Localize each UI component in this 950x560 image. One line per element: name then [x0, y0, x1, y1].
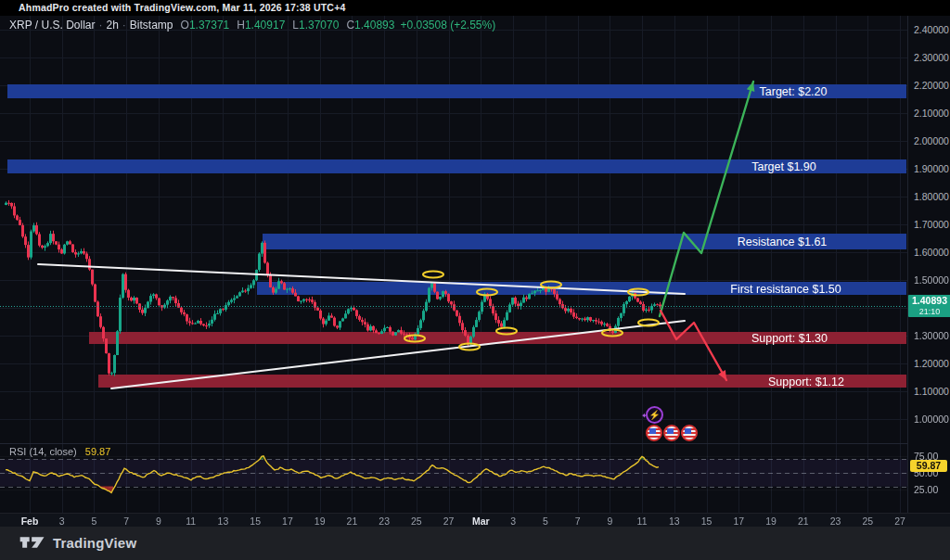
rsi-legend: RSI (14, close) 59.87: [9, 446, 110, 457]
price-axis-label: 1.00000: [914, 414, 949, 425]
time-axis-label: 9: [607, 515, 612, 528]
rsi-axis-label: 25.00: [914, 484, 938, 495]
time-axis-label: 19: [315, 515, 326, 528]
price-axis-label: 2.00000: [914, 135, 949, 146]
time-axis[interactable]: Feb3579111315171921232527Mar357911131517…: [0, 513, 950, 527]
tradingview-logo-text: TradingView: [53, 535, 136, 551]
time-axis-label: 15: [250, 515, 261, 528]
us-flag-reaction-sticker[interactable]: [681, 425, 698, 441]
interval-label: 2h: [106, 19, 118, 32]
time-axis-label: 23: [379, 515, 390, 528]
price-axis[interactable]: 2.400002.300002.200002.100002.000001.900…: [907, 16, 950, 527]
rsi-title: RSI: [9, 446, 26, 457]
low-value: 1.37070: [299, 19, 339, 32]
sparkle-icon: ✦: [641, 413, 648, 420]
price-axis-label: 1.90000: [914, 163, 949, 174]
flag-canton: [649, 428, 656, 434]
tradingview-chart-window: AhmadPro created with TradingView.com, M…: [0, 0, 950, 560]
bar-countdown: 21:10: [908, 307, 950, 317]
price-rsi-canvas[interactable]: [0, 16, 907, 513]
time-axis-label: 13: [218, 515, 229, 528]
close-value: 1.40893: [354, 19, 394, 32]
rsi-value: 59.87: [85, 446, 111, 457]
time-axis-label: 5: [92, 515, 97, 528]
price-axis-label: 2.20000: [914, 80, 949, 91]
time-axis-label: 17: [282, 515, 293, 528]
price-axis-label: 1.60000: [914, 247, 949, 258]
attribution-text: AhmadPro created with TradingView.com, M…: [19, 2, 346, 13]
exchange-label: Bitstamp: [130, 19, 173, 32]
time-axis-label: 21: [347, 515, 358, 528]
time-axis-label: 25: [411, 515, 422, 528]
time-axis-label: 7: [123, 515, 129, 528]
rsi-value-badge: 59.87: [910, 460, 947, 472]
symbol-name: XRP / U.S. Dollar: [9, 19, 95, 32]
time-axis-label: 15: [701, 515, 712, 528]
symbol-legend: XRP / U.S. Dollar·2h·BitstampO1.37371H1.…: [9, 19, 495, 32]
price-axis-label: 1.50000: [914, 274, 949, 286]
change-value: +0.03508 (+2.55%): [400, 19, 495, 32]
time-axis-label: 23: [830, 515, 841, 528]
time-axis-label: 11: [186, 515, 196, 528]
footer-bar: TradingView: [0, 527, 950, 560]
price-axis-label: 1.10000: [914, 386, 949, 397]
rsi-params: (14, close): [29, 446, 76, 457]
us-flag-reaction-sticker[interactable]: [663, 425, 680, 441]
time-axis-label: 7: [575, 515, 581, 528]
attribution-bar: AhmadPro created with TradingView.com, M…: [0, 0, 950, 16]
flag-canton: [685, 428, 691, 434]
price-axis-label: 1.30000: [914, 330, 949, 341]
time-axis-label: 13: [669, 515, 680, 528]
time-axis-label: 9: [156, 515, 161, 528]
time-axis-label: 27: [894, 515, 905, 528]
time-axis-label: 21: [798, 515, 809, 528]
time-axis-label: 5: [543, 515, 548, 528]
tradingview-logo[interactable]: TradingView: [19, 534, 136, 551]
us-flag-reaction-sticker[interactable]: [646, 425, 662, 441]
time-axis-label: 27: [443, 515, 455, 528]
time-axis-label: 3: [59, 515, 65, 528]
time-axis-label: 3: [510, 515, 516, 528]
time-axis-label: 25: [862, 515, 873, 528]
price-axis-label: 2.30000: [914, 52, 949, 63]
current-price-badge: 1.40893 21:10: [908, 295, 950, 317]
time-axis-label: 11: [637, 515, 648, 528]
high-value: 1.40917: [245, 19, 285, 32]
time-axis-label: 17: [733, 515, 744, 528]
price-axis-label: 2.10000: [914, 108, 949, 119]
current-price-value: 1.40893: [908, 295, 950, 307]
zap-reaction-sticker[interactable]: ⚡✦: [646, 406, 663, 424]
price-axis-label: 1.20000: [914, 358, 949, 369]
price-axis-label: 1.80000: [914, 191, 949, 202]
flag-canton: [667, 428, 674, 434]
time-axis-label: 19: [765, 515, 777, 528]
chart-plot-area[interactable]: Target: $2.20Target $1.90Resistance $1.6…: [0, 16, 907, 513]
tradingview-logo-icon: [19, 534, 46, 551]
open-value: 1.37371: [189, 19, 229, 32]
price-axis-label: 2.40000: [914, 24, 949, 35]
time-axis-month-label: Mar: [472, 515, 490, 528]
time-axis-month-label: Feb: [21, 515, 39, 528]
price-axis-label: 1.70000: [914, 219, 949, 230]
